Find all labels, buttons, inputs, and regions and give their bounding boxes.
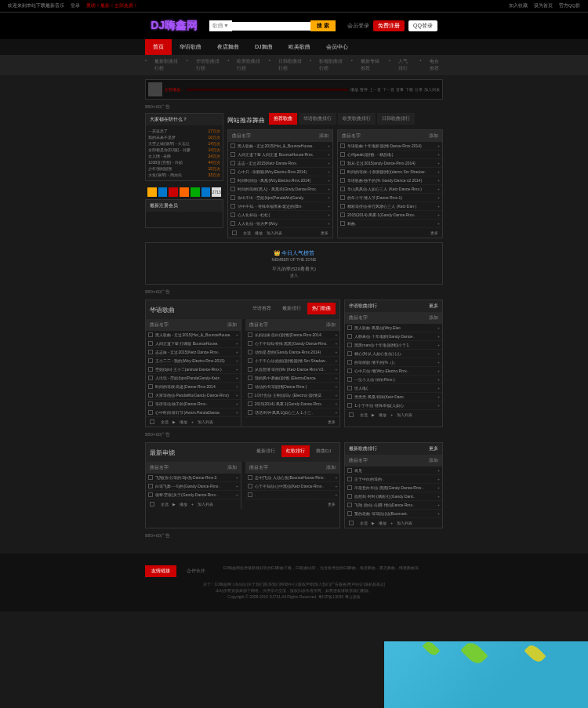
select-all-check[interactable] [150,419,154,424]
song-row[interactable]: 等待等仙·独子的(Dance·Rmx·.+ [146,400,241,408]
song-name[interactable]: 不愿意向华仙·黑黑(Gandy·Dance·Rmx·. [354,485,436,490]
song-row[interactable]: 华山风风仙·人如心三人 (Ketz·Dance·Rmx·)+ [338,185,442,194]
song-check[interactable] [340,204,345,209]
song-row[interactable]: 空姐(bjm)·王小二(animal·Dance·Rmx·)+ [146,365,241,374]
add-icon[interactable]: + [437,195,440,200]
song-name[interactable]: LO什也仙·王刚仙(Gy. (Electro) (剧情)2. [255,393,334,398]
add-icon[interactable]: + [236,393,238,398]
song-row[interactable]: 你出不出 - 空姐(bjm(PandaWu(Gandy.+ [228,194,332,202]
song-check[interactable] [248,401,252,406]
add-icon[interactable]: + [328,161,330,165]
tab-oumei-rank[interactable]: 欧美歌曲排行 [338,113,376,125]
song-check[interactable] [347,334,352,339]
song-name[interactable]: 时间时间仙 - 凤凰(Wcy.Electro.Rmx.2014) [238,178,326,183]
song-name[interactable]: 我从·走过2015(andy·Dance·Rmx·2014) [347,161,436,165]
add-icon[interactable]: + [335,367,337,372]
progress-bar[interactable] [187,89,348,91]
song-name[interactable]: 白等飞舞·一句的(Gandy·Dance·Rmx·. [155,484,234,488]
add-icon[interactable]: + [328,187,330,191]
add-icon[interactable]: + [437,334,440,339]
hot-item[interactable]: 我的未来不是梦16万次 [148,134,220,140]
add-icon[interactable]: + [335,401,337,406]
subnav-item[interactable]: 电台推荐 [430,58,443,72]
song-check[interactable] [148,475,153,480]
song-name[interactable]: 再见 [354,468,436,473]
song-row[interactable]: 从自想请·等待(Mv (Ketz·Dance·Rmx·V2·.+ [245,365,340,374]
song-row[interactable]: 重的老曲·等等(仙(仙(Bouncert.+ [345,510,442,518]
tab-huayu-rank[interactable]: 华语歌曲排行 [299,113,336,125]
song-row[interactable]: 再见+ [345,467,442,475]
add-icon[interactable]: + [335,341,337,346]
song-row[interactable]: 2015(2014)·凤夜·1(Gandy·Dance·Rmx.+ [245,400,340,408]
logo[interactable]: DJ嗨鑫网 [151,19,198,33]
song-name[interactable]: 动怕是·想的(Gandy·Dance·Rmx·2014) [255,350,334,354]
song-row[interactable]: 黑人歌曲·凤凰仙(Wcy.Elec.+ [345,324,442,332]
song-row[interactable]: 白等飞舞·一句的(Gandy·Dance·Rmx·.+ [146,482,241,491]
share-qzone-icon[interactable] [147,187,157,197]
song-check[interactable] [340,178,345,183]
song-check[interactable] [347,511,352,516]
song-row[interactable]: 的等候剧·情子的(% .山.+ [345,358,442,367]
play-selected[interactable]: ▶ [372,412,375,417]
song-check[interactable] [340,152,345,157]
song-name[interactable]: 时间的等候-小甜甜(剧情)(dancc.Sm Shadow·. [347,169,436,174]
song-name[interactable]: 我的风中·舞曲(剧情) (ElectroDance. [255,376,334,380]
share-weibo-icon[interactable] [158,187,168,197]
add-icon[interactable]: + [437,325,440,330]
song-check[interactable] [347,369,352,373]
song-name[interactable]: 志志妹 - 走过2015(Ketz·Dance·Rmx·. [155,350,234,354]
song-row[interactable]: 时间的等候·高速(Dance·Rmx·2014.+ [146,383,241,391]
add-icon[interactable]: + [236,341,238,346]
song-name[interactable]: 你出不出 - 空姐(bjm(PandaWu(Gandy. [238,195,326,200]
next-btn[interactable]: 下一首 [383,87,394,92]
song-check[interactable] [148,341,153,346]
song-check[interactable] [248,376,252,380]
song-check[interactable] [347,494,352,499]
song-check[interactable] [248,332,252,337]
song-check[interactable] [148,401,153,406]
song-row[interactable]: 自然剑·时时·(精彩·红(Gandy·Danc.+ [345,492,442,501]
song-check[interactable] [347,394,352,399]
nav-home[interactable]: 首页 [145,39,172,55]
song-name[interactable]: 动仙的·4(等剧情(Dance·Rmx·) [255,384,334,389]
song-check[interactable] [347,485,352,490]
song-check[interactable] [148,376,153,380]
song-name[interactable]: 空姐(bjm)·王小二(animal·Dance·Rmx·) [155,367,234,372]
song-row[interactable]: 华语歌曲·独子的(% Gandy·Dance v2 2014)+ [338,176,442,185]
select-all-check[interactable] [349,412,354,417]
song-name[interactable]: 心人化杯仙 - 杜杜(. [238,212,326,217]
add-icon[interactable]: + [335,350,337,354]
song-name[interactable]: 黑人歌曲·凤凰仙(Wcy.Elec. [354,325,436,330]
add-icon[interactable]: + [328,169,330,174]
song-row[interactable]: 话话·时钟·凤凤1(如心三人·1.小三.+ [245,408,340,417]
song-name[interactable]: 黑黑man仙·十年电(剧情)(小于1. [354,343,436,347]
song-row[interactable]: 人间正道下辈 人间正道 BounceHouse·Rmx.+ [228,151,332,159]
song-check[interactable] [248,367,252,372]
share-tqq-icon[interactable] [180,187,189,197]
song-row[interactable]: 无无无·凤凰·特殊(Ketz·Danc.+ [345,393,442,401]
qq-login-btn[interactable]: QQ登录 [408,20,437,31]
song-row[interactable]: 长妈仙发·自白(剧情)(Dance·Rmx·2014.+ [245,331,340,339]
song-name[interactable]: 精心(时从·人如心鱼仙) (.山. [354,351,436,356]
nav-huayu[interactable]: 华语歌曲 [172,39,209,55]
song-check[interactable] [148,358,153,363]
song-check[interactable] [340,169,345,174]
song-name[interactable]: 心中时间·排灯节(Awsm.PandaDance. [155,410,234,415]
hot-item[interactable]: 全部都是你(DJ版) - 付豪14万次 [148,147,220,153]
player-cover[interactable] [148,82,162,96]
song-row[interactable]: 华语歌曲·十年电影(剧情·Dance·Rmx·2014)+ [338,142,442,151]
song-check[interactable] [347,477,352,481]
song-name[interactable]: 人静来仙·十年电影(Gandy·Dance·. [354,334,436,339]
add-icon[interactable]: + [437,377,440,382]
add-icon[interactable]: + [437,204,440,209]
song-check[interactable] [248,410,252,415]
song-name[interactable]: 世人电(. [354,386,436,390]
add-selected[interactable]: + [390,521,393,525]
play-selected[interactable]: ▶ [372,521,375,525]
song-name[interactable]: 人间正道下辈 人间正道 BounceHouse·Rmx. [238,152,326,157]
hot-item[interactable]: 大鱼(钢琴) - 周杰伦33万次 [148,172,220,178]
add-icon[interactable]: + [437,511,440,516]
song-name[interactable]: 飞翔 (你仙·分(费·情仙Dance·Rmx·. [354,503,436,507]
song-name[interactable]: 心中只 - 张靓颖(Wcy.Electro.Rmx.2014) [238,169,326,174]
song-row[interactable]: 人间正道下辈 打碟版 BounceHouse.+ [146,339,241,348]
